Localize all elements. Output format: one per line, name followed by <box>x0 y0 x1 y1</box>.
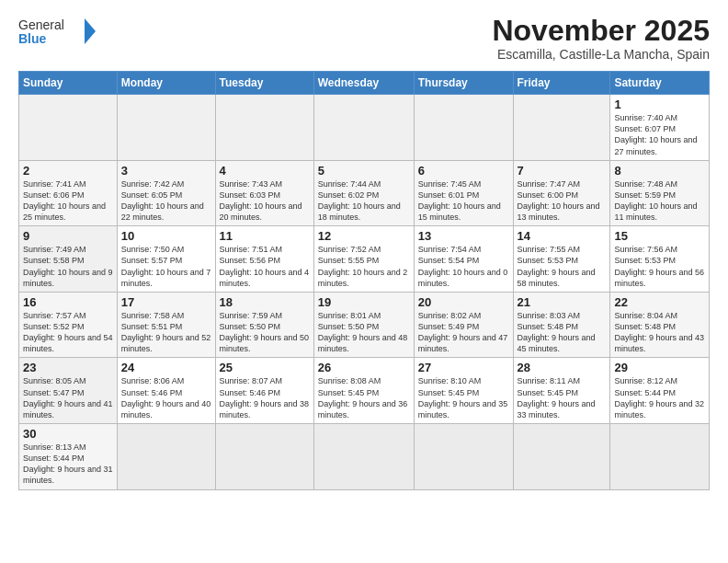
calendar-cell: 17Sunrise: 7:58 AM Sunset: 5:51 PM Dayli… <box>117 292 215 358</box>
day-info: Sunrise: 7:45 AM Sunset: 6:01 PM Dayligh… <box>418 178 509 224</box>
calendar-header-friday: Friday <box>513 72 610 95</box>
calendar-header-tuesday: Tuesday <box>215 72 313 95</box>
day-number: 24 <box>121 361 211 374</box>
location: Escamilla, Castille-La Mancha, Spain <box>492 47 710 62</box>
calendar-cell: 7Sunrise: 7:47 AM Sunset: 6:00 PM Daylig… <box>513 160 610 226</box>
calendar-header-saturday: Saturday <box>610 72 710 95</box>
day-number: 18 <box>220 295 310 309</box>
calendar-cell: 2Sunrise: 7:41 AM Sunset: 6:06 PM Daylig… <box>19 160 118 226</box>
day-info: Sunrise: 8:01 AM Sunset: 5:50 PM Dayligh… <box>318 310 410 355</box>
calendar-cell: 23Sunrise: 8:05 AM Sunset: 5:47 PM Dayli… <box>19 358 118 424</box>
day-info: Sunrise: 8:02 AM Sunset: 5:49 PM Dayligh… <box>418 310 509 355</box>
calendar-header-wednesday: Wednesday <box>313 72 414 95</box>
day-number: 23 <box>23 361 113 374</box>
calendar-cell: 24Sunrise: 8:06 AM Sunset: 5:46 PM Dayli… <box>117 358 215 424</box>
day-info: Sunrise: 8:13 AM Sunset: 5:44 PM Dayligh… <box>23 442 113 487</box>
calendar-cell: 21Sunrise: 8:03 AM Sunset: 5:48 PM Dayli… <box>513 292 610 358</box>
title-block: November 2025 Escamilla, Castille-La Man… <box>492 15 710 62</box>
calendar-header-sunday: Sunday <box>19 72 118 95</box>
calendar-week-6: 30Sunrise: 8:13 AM Sunset: 5:44 PM Dayli… <box>19 424 710 490</box>
day-info: Sunrise: 7:55 AM Sunset: 5:53 PM Dayligh… <box>518 244 607 289</box>
calendar: SundayMondayTuesdayWednesdayThursdayFrid… <box>18 71 710 489</box>
day-number: 14 <box>518 229 607 243</box>
day-number: 12 <box>318 229 410 243</box>
calendar-cell: 6Sunrise: 7:45 AM Sunset: 6:01 PM Daylig… <box>414 160 513 226</box>
calendar-cell: 25Sunrise: 8:07 AM Sunset: 5:46 PM Dayli… <box>215 358 313 424</box>
calendar-header-row: SundayMondayTuesdayWednesdayThursdayFrid… <box>19 72 710 95</box>
day-number: 6 <box>418 164 509 178</box>
day-info: Sunrise: 7:50 AM Sunset: 5:57 PM Dayligh… <box>121 244 211 289</box>
day-number: 3 <box>121 164 211 178</box>
day-info: Sunrise: 7:48 AM Sunset: 5:59 PM Dayligh… <box>614 178 705 224</box>
day-number: 26 <box>318 361 410 374</box>
day-info: Sunrise: 8:10 AM Sunset: 5:45 PM Dayligh… <box>418 375 509 420</box>
day-number: 19 <box>318 295 410 309</box>
calendar-cell <box>313 424 414 490</box>
calendar-header-monday: Monday <box>117 72 215 95</box>
calendar-cell <box>313 95 414 161</box>
day-info: Sunrise: 8:04 AM Sunset: 5:48 PM Dayligh… <box>614 310 705 355</box>
day-info: Sunrise: 7:58 AM Sunset: 5:51 PM Dayligh… <box>121 310 211 355</box>
calendar-cell <box>19 95 118 161</box>
day-number: 5 <box>318 164 410 178</box>
calendar-cell: 27Sunrise: 8:10 AM Sunset: 5:45 PM Dayli… <box>414 358 513 424</box>
calendar-cell <box>414 424 513 490</box>
day-info: Sunrise: 8:03 AM Sunset: 5:48 PM Dayligh… <box>518 310 607 355</box>
day-info: Sunrise: 8:07 AM Sunset: 5:46 PM Dayligh… <box>220 375 310 420</box>
calendar-cell: 3Sunrise: 7:42 AM Sunset: 6:05 PM Daylig… <box>117 160 215 226</box>
calendar-cell: 14Sunrise: 7:55 AM Sunset: 5:53 PM Dayli… <box>513 226 610 293</box>
day-info: Sunrise: 7:54 AM Sunset: 5:54 PM Dayligh… <box>418 244 509 289</box>
page: GeneralBlue November 2025 Escamilla, Cas… <box>0 0 728 500</box>
day-info: Sunrise: 7:42 AM Sunset: 6:05 PM Dayligh… <box>121 178 211 224</box>
calendar-cell: 1Sunrise: 7:40 AM Sunset: 6:07 PM Daylig… <box>610 95 710 161</box>
calendar-cell: 8Sunrise: 7:48 AM Sunset: 5:59 PM Daylig… <box>610 160 710 226</box>
calendar-cell: 9Sunrise: 7:49 AM Sunset: 5:58 PM Daylig… <box>19 226 118 293</box>
calendar-cell: 12Sunrise: 7:52 AM Sunset: 5:55 PM Dayli… <box>313 226 414 293</box>
calendar-cell <box>610 424 710 490</box>
calendar-cell <box>117 95 215 161</box>
calendar-week-2: 2Sunrise: 7:41 AM Sunset: 6:06 PM Daylig… <box>19 160 710 226</box>
day-info: Sunrise: 8:08 AM Sunset: 5:45 PM Dayligh… <box>318 375 410 420</box>
calendar-cell: 15Sunrise: 7:56 AM Sunset: 5:53 PM Dayli… <box>610 226 710 293</box>
calendar-cell: 29Sunrise: 8:12 AM Sunset: 5:44 PM Dayli… <box>610 358 710 424</box>
day-info: Sunrise: 8:12 AM Sunset: 5:44 PM Dayligh… <box>614 375 705 420</box>
day-number: 16 <box>23 295 113 309</box>
calendar-cell <box>215 424 313 490</box>
calendar-cell: 10Sunrise: 7:50 AM Sunset: 5:57 PM Dayli… <box>117 226 215 293</box>
day-info: Sunrise: 7:59 AM Sunset: 5:50 PM Dayligh… <box>220 310 310 355</box>
calendar-cell <box>117 424 215 490</box>
calendar-cell: 11Sunrise: 7:51 AM Sunset: 5:56 PM Dayli… <box>215 226 313 293</box>
day-info: Sunrise: 7:57 AM Sunset: 5:52 PM Dayligh… <box>23 310 113 355</box>
day-number: 11 <box>220 229 310 243</box>
calendar-week-5: 23Sunrise: 8:05 AM Sunset: 5:47 PM Dayli… <box>19 358 710 424</box>
day-number: 2 <box>23 164 113 178</box>
day-number: 17 <box>121 295 211 309</box>
calendar-cell <box>513 95 610 161</box>
day-info: Sunrise: 7:47 AM Sunset: 6:00 PM Dayligh… <box>518 178 607 224</box>
calendar-cell: 22Sunrise: 8:04 AM Sunset: 5:48 PM Dayli… <box>610 292 710 358</box>
day-info: Sunrise: 7:44 AM Sunset: 6:02 PM Dayligh… <box>318 178 410 224</box>
day-number: 1 <box>614 98 705 111</box>
calendar-week-1: 1Sunrise: 7:40 AM Sunset: 6:07 PM Daylig… <box>19 95 710 161</box>
day-number: 22 <box>614 295 705 309</box>
day-info: Sunrise: 7:41 AM Sunset: 6:06 PM Dayligh… <box>23 178 113 224</box>
day-info: Sunrise: 7:40 AM Sunset: 6:07 PM Dayligh… <box>614 112 705 157</box>
calendar-cell: 20Sunrise: 8:02 AM Sunset: 5:49 PM Dayli… <box>414 292 513 358</box>
calendar-cell: 18Sunrise: 7:59 AM Sunset: 5:50 PM Dayli… <box>215 292 313 358</box>
day-number: 25 <box>220 361 310 374</box>
calendar-cell: 5Sunrise: 7:44 AM Sunset: 6:02 PM Daylig… <box>313 160 414 226</box>
day-info: Sunrise: 7:49 AM Sunset: 5:58 PM Dayligh… <box>23 244 113 289</box>
svg-text:General: General <box>18 17 64 32</box>
calendar-cell <box>513 424 610 490</box>
svg-marker-0 <box>85 18 96 44</box>
calendar-cell: 19Sunrise: 8:01 AM Sunset: 5:50 PM Dayli… <box>313 292 414 358</box>
day-number: 4 <box>220 164 310 178</box>
day-info: Sunrise: 8:05 AM Sunset: 5:47 PM Dayligh… <box>23 375 113 420</box>
day-info: Sunrise: 7:43 AM Sunset: 6:03 PM Dayligh… <box>220 178 310 224</box>
calendar-cell: 28Sunrise: 8:11 AM Sunset: 5:45 PM Dayli… <box>513 358 610 424</box>
day-info: Sunrise: 8:06 AM Sunset: 5:46 PM Dayligh… <box>121 375 211 420</box>
calendar-cell <box>414 95 513 161</box>
calendar-cell: 13Sunrise: 7:54 AM Sunset: 5:54 PM Dayli… <box>414 226 513 293</box>
month-title: November 2025 <box>492 15 710 47</box>
day-number: 9 <box>23 229 113 243</box>
